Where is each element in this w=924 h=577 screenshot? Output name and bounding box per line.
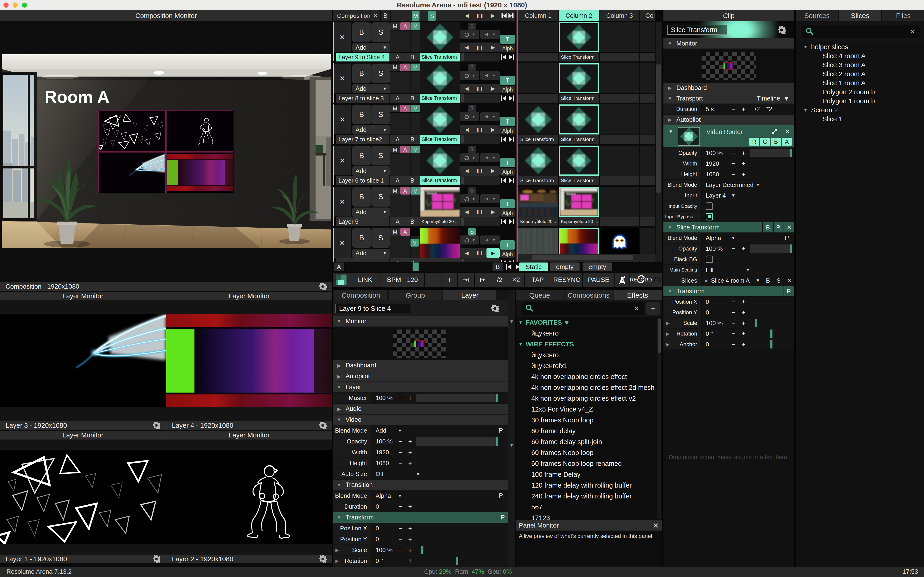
clip-cell[interactable] (518, 105, 558, 134)
param-decrement[interactable]: − (396, 459, 405, 467)
param-increment[interactable]: + (739, 106, 748, 113)
param-increment[interactable]: + (739, 309, 748, 316)
cue-button-empty[interactable]: empty (583, 263, 612, 271)
crossfader-handle[interactable] (412, 263, 419, 271)
layer-clip-thumbnail[interactable]: Room A (420, 187, 460, 217)
layer-audio-button[interactable]: A (400, 146, 410, 153)
param-checkbox[interactable] (706, 256, 713, 263)
param-slider[interactable] (750, 340, 792, 348)
deck-horizontal-scrollbar[interactable] (518, 254, 662, 261)
effects-scrollbar[interactable] (657, 318, 661, 519)
clip-cell[interactable] (559, 105, 599, 134)
clip-loop-dropdown[interactable]: ▼ (460, 71, 479, 80)
slider-handle[interactable] (421, 546, 423, 554)
clip-trigger-dropdown[interactable]: ▼ (480, 235, 500, 245)
param-value[interactable]: 100 % (702, 319, 729, 327)
record-button[interactable]: RECORD (630, 273, 652, 287)
layer-name[interactable] (336, 258, 390, 261)
tree-item[interactable]: Slice 1 (796, 114, 924, 124)
clip-target-button[interactable]: T (500, 76, 515, 85)
clip-slot-empty[interactable] (600, 105, 639, 134)
play-reverse-button[interactable]: ◀ (460, 13, 473, 19)
layer-name-input[interactable]: Layer 9 to Slice 4 (335, 304, 410, 313)
tree-group[interactable]: ▼helper slices (796, 42, 924, 52)
bpm-plus-button[interactable]: + (441, 273, 457, 287)
clip-pause-button[interactable]: ❚❚ (473, 86, 486, 91)
column-header-3[interactable]: Column 3 (600, 10, 639, 21)
effect-item[interactable]: 60 frame delay (515, 425, 662, 437)
clip-solo-button[interactable]: S (468, 23, 476, 30)
param-2[interactable]: *2 (766, 106, 773, 113)
section-header-autopilot[interactable]: ▶Autopilot (663, 114, 794, 125)
layer-master-button[interactable]: M (390, 23, 400, 30)
effect-item[interactable]: 240 frame delay with rolling buffer (515, 491, 662, 502)
cue-button-empty[interactable]: empty (550, 263, 580, 271)
gear-icon[interactable] (319, 421, 327, 429)
clip-pause-button[interactable]: ❚❚ (473, 45, 486, 50)
clip-progress-bar[interactable] (460, 258, 500, 261)
tab-compositions[interactable]: Compositions (565, 290, 613, 300)
layer-solo-button[interactable]: S (372, 23, 390, 42)
layer-crossfader-assign[interactable]: AB (390, 94, 420, 103)
layer-clip-name[interactable]: Slice Transform (420, 53, 460, 61)
clip-slot-empty[interactable] (518, 22, 558, 52)
tab-files[interactable]: Files (882, 10, 924, 21)
layer-bypass-button[interactable]: B (352, 64, 371, 83)
layer-clip-name[interactable]: Slice Transform (420, 176, 460, 185)
slices-close-button[interactable]: ✕ (784, 276, 794, 285)
clip-trigger-dropdown[interactable]: ▼ (480, 194, 500, 203)
effect-item[interactable]: 12x5 For Vince v4_Z (515, 404, 662, 415)
gear-icon[interactable] (319, 283, 327, 290)
zoom-window-button[interactable] (22, 3, 27, 8)
gear-icon[interactable] (778, 26, 786, 34)
pause-button[interactable]: PAUSE (583, 273, 615, 287)
param-value[interactable]: 100 % (372, 395, 396, 401)
params-button[interactable]: P. (773, 222, 784, 232)
bpm-value[interactable]: 120 (407, 276, 418, 284)
layer-crossfader-assign[interactable]: AB (390, 176, 420, 185)
clip-slot-empty[interactable] (600, 22, 639, 52)
layer-close-button[interactable]: ✕ (334, 64, 351, 93)
clip-target-button[interactable]: T (500, 240, 515, 250)
param-increment[interactable]: + (405, 546, 415, 554)
section-header-audio[interactable]: ▶Audio (333, 404, 508, 414)
param-value[interactable]: 0 (372, 525, 396, 532)
param-value[interactable]: Fill (702, 266, 713, 274)
param-decrement[interactable]: − (396, 525, 405, 532)
layer-bypass-button[interactable]: B (352, 187, 371, 206)
param-decrement[interactable]: − (729, 160, 739, 167)
clip-slot-empty[interactable] (518, 63, 558, 93)
browser-search-input[interactable]: ✕ (802, 26, 919, 38)
link-button[interactable]: LINK (350, 273, 380, 287)
layer-clip-name[interactable]: Slice Transform (420, 135, 460, 144)
composition-icon[interactable] (333, 273, 350, 287)
param-value[interactable]: Alpha (702, 235, 729, 242)
clip-play-button[interactable]: ▶ (486, 86, 500, 91)
clip-play-reverse-button[interactable]: ◀ (460, 209, 473, 215)
clip-target-button[interactable]: T (500, 35, 515, 44)
param-increment[interactable]: + (405, 395, 415, 401)
clip-progress-bar[interactable] (460, 94, 500, 103)
slices-dropdown[interactable]: ▶Slice 4 room A▼ (702, 277, 762, 284)
param-slider[interactable] (750, 319, 792, 327)
slider-handle[interactable] (496, 394, 498, 402)
layer-clip-name[interactable]: Képernyőfotó 20 ... (420, 217, 460, 226)
param-value[interactable]: 0 (372, 503, 396, 510)
param-increment[interactable]: + (405, 459, 415, 467)
param-2[interactable]: /2 (755, 106, 760, 113)
clip-solo-button[interactable]: S (468, 228, 476, 235)
layer-name[interactable]: Layer 8 to slice 3 (336, 94, 390, 103)
column-header-1[interactable]: Column 1 (518, 10, 558, 21)
param-decrement[interactable]: − (396, 558, 405, 564)
close-window-button[interactable] (3, 3, 8, 8)
channel-g-button[interactable]: G (760, 138, 770, 145)
layer-close-button[interactable]: ✕ (334, 228, 351, 258)
clip-slot-empty[interactable] (640, 105, 655, 134)
section-header-dashboard[interactable]: ▶Dashboard (663, 83, 794, 93)
column-header-2[interactable]: Column 2 (559, 10, 599, 21)
clip-name-input[interactable]: Slice Transform (667, 25, 727, 35)
clip-trigger-dropdown[interactable]: ▼ (480, 153, 500, 162)
clip-trigger-dropdown[interactable]: ▼ (480, 30, 500, 39)
clip-cell[interactable] (518, 145, 558, 176)
param-value[interactable]: 1080 (372, 459, 396, 467)
